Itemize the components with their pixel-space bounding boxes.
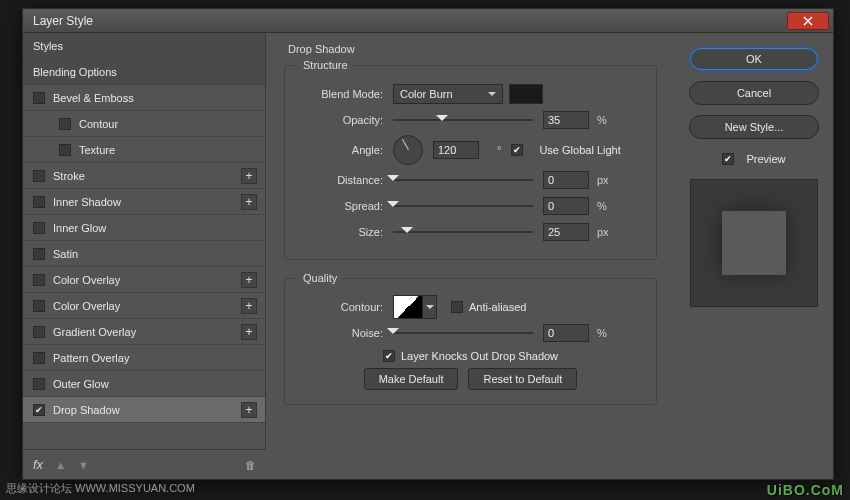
checkbox[interactable] [33,352,45,364]
use-global-light-label: Use Global Light [539,144,620,156]
contour-dropdown[interactable] [423,295,437,319]
shadow-color-swatch[interactable] [509,84,543,104]
preview-checkbox[interactable] [722,153,734,165]
contour-label: Contour: [297,301,383,313]
style-inner-glow[interactable]: Inner Glow [23,215,265,241]
style-color-overlay-1[interactable]: Color Overlay [23,267,265,293]
checkbox[interactable] [33,300,45,312]
spread-input[interactable]: 0 [543,197,589,215]
action-column: OK Cancel New Style... Preview [675,33,833,449]
opacity-label: Opacity: [297,114,383,126]
contour-swatch[interactable] [393,295,423,319]
noise-label: Noise: [297,327,383,339]
checkbox[interactable] [33,222,45,234]
title-bar[interactable]: Layer Style [23,9,833,33]
checkbox[interactable] [59,144,71,156]
checkbox[interactable] [33,92,45,104]
checkbox[interactable] [33,378,45,390]
styles-header[interactable]: Styles [23,33,265,59]
style-inner-shadow[interactable]: Inner Shadow [23,189,265,215]
opacity-slider[interactable] [393,112,533,128]
spread-slider[interactable] [393,198,533,214]
style-outer-glow[interactable]: Outer Glow [23,371,265,397]
preview-thumbnail [690,179,818,307]
preview-label: Preview [746,153,785,165]
style-drop-shadow[interactable]: Drop Shadow [23,397,265,423]
blend-mode-select[interactable]: Color Burn [393,84,503,104]
checkbox[interactable] [33,170,45,182]
add-icon[interactable] [241,168,257,184]
style-contour[interactable]: Contour [23,111,265,137]
reset-default-button[interactable]: Reset to Default [468,368,577,390]
knocks-out-checkbox[interactable] [383,350,395,362]
noise-input[interactable]: 0 [543,324,589,342]
knocks-out-label: Layer Knocks Out Drop Shadow [401,350,558,362]
arrow-down-icon[interactable]: ▼ [78,459,89,471]
checkbox-checked[interactable] [33,404,45,416]
style-texture[interactable]: Texture [23,137,265,163]
structure-group: Structure Blend Mode: Color Burn Opacity… [284,59,657,260]
quality-group: Quality Contour: Anti-aliased Noise: 0 % [284,272,657,405]
checkbox[interactable] [33,248,45,260]
arrow-up-icon[interactable]: ▲ [55,459,66,471]
distance-label: Distance: [297,174,383,186]
style-stroke[interactable]: Stroke [23,163,265,189]
distance-input[interactable]: 0 [543,171,589,189]
checkbox[interactable] [59,118,71,130]
size-label: Size: [297,226,383,238]
distance-slider[interactable] [393,172,533,188]
checkbox[interactable] [33,274,45,286]
style-gradient-overlay[interactable]: Gradient Overlay [23,319,265,345]
antialiased-label: Anti-aliased [469,301,526,313]
style-pattern-overlay[interactable]: Pattern Overlay [23,345,265,371]
styles-list: Styles Blending Options Bevel & Emboss C… [23,33,266,449]
angle-label: Angle: [297,144,383,156]
style-satin[interactable]: Satin [23,241,265,267]
settings-panel: Drop Shadow Structure Blend Mode: Color … [266,33,675,449]
add-icon[interactable] [241,194,257,210]
watermark-logo: UiBO.CoM [767,482,844,498]
close-icon [803,16,813,26]
angle-dial[interactable] [393,135,423,165]
add-icon[interactable] [241,272,257,288]
layer-style-dialog: Layer Style Styles Blending Options Beve… [22,8,834,480]
antialiased-checkbox[interactable] [451,301,463,313]
spread-label: Spread: [297,200,383,212]
dialog-title: Layer Style [33,14,93,28]
add-icon[interactable] [241,402,257,418]
blend-mode-label: Blend Mode: [297,88,383,100]
fx-bar: fx ▲ ▼ 🗑 [23,449,266,479]
cancel-button[interactable]: Cancel [689,81,819,105]
fx-icon[interactable]: fx [33,457,43,472]
angle-input[interactable]: 120 [433,141,479,159]
close-button[interactable] [787,12,829,30]
make-default-button[interactable]: Make Default [364,368,459,390]
watermark-text: 思缘设计论坛 WWW.MISSYUAN.COM [6,481,195,496]
ok-button[interactable]: OK [689,47,819,71]
add-icon[interactable] [241,298,257,314]
size-input[interactable]: 25 [543,223,589,241]
quality-legend: Quality [297,272,343,284]
noise-slider[interactable] [393,325,533,341]
checkbox[interactable] [33,326,45,338]
blending-options[interactable]: Blending Options [23,59,265,85]
size-slider[interactable] [393,224,533,240]
use-global-light-checkbox[interactable] [511,144,523,156]
trash-icon[interactable]: 🗑 [245,459,256,471]
style-color-overlay-2[interactable]: Color Overlay [23,293,265,319]
add-icon[interactable] [241,324,257,340]
style-bevel-emboss[interactable]: Bevel & Emboss [23,85,265,111]
structure-legend: Structure [297,59,354,71]
new-style-button[interactable]: New Style... [689,115,819,139]
panel-title: Drop Shadow [288,43,657,55]
opacity-input[interactable]: 35 [543,111,589,129]
checkbox[interactable] [33,196,45,208]
